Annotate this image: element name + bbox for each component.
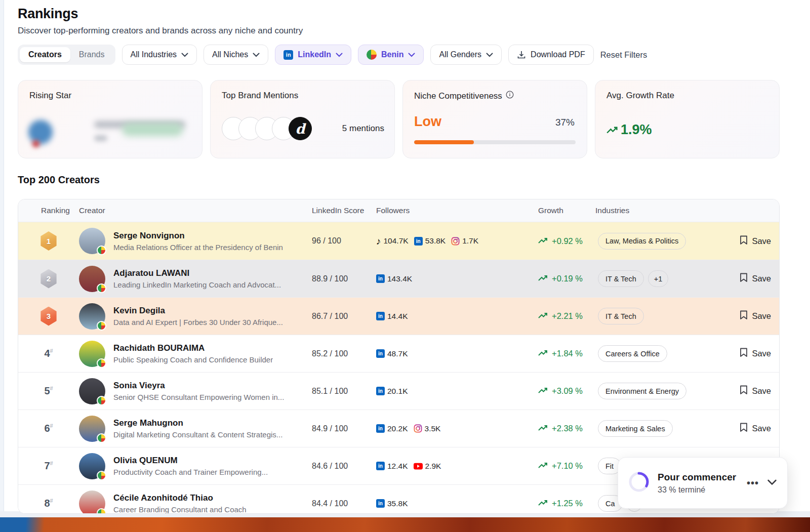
save-label: Save bbox=[752, 311, 771, 321]
save-label: Save bbox=[752, 236, 771, 246]
table-row: 6#Serge MahugnonDigital Marketing Consul… bbox=[18, 410, 779, 447]
linkedin-icon: in bbox=[376, 499, 385, 508]
growth-value: +3.09 % bbox=[535, 386, 595, 396]
industries-dropdown[interactable]: All Industries bbox=[122, 45, 197, 65]
benin-flag-badge bbox=[97, 321, 106, 331]
industry-tag[interactable]: Environment & Energy bbox=[598, 383, 686, 399]
creator-avatar bbox=[79, 266, 105, 292]
creator-headline: Public Speaking Coach and Confidence Bui… bbox=[113, 355, 273, 364]
save-label: Save bbox=[752, 274, 771, 283]
network-dropdown[interactable]: in LinkedIn bbox=[275, 45, 351, 65]
save-button[interactable]: Save bbox=[740, 310, 771, 322]
rank-badge: 1 bbox=[40, 231, 57, 251]
industry-tag[interactable]: IT & Tech bbox=[598, 308, 644, 324]
growth-value: +1.25 % bbox=[535, 499, 595, 508]
chevron-down-icon bbox=[181, 53, 188, 57]
info-icon[interactable] bbox=[506, 91, 514, 101]
save-label: Save bbox=[752, 349, 771, 358]
youtube-icon bbox=[414, 463, 423, 470]
bookmark-icon bbox=[740, 348, 748, 359]
creator-name[interactable]: Serge Mahugnon bbox=[113, 418, 282, 428]
trend-up-icon bbox=[606, 122, 619, 138]
industry-tag[interactable]: IT & Tech bbox=[598, 270, 644, 287]
header-followers: Followers bbox=[375, 206, 535, 215]
brand-logo-d: d bbox=[289, 117, 312, 140]
benin-flag-badge bbox=[97, 245, 106, 255]
blurred-dot bbox=[32, 140, 39, 147]
benin-flag-badge bbox=[97, 471, 106, 480]
save-button[interactable]: Save bbox=[740, 348, 771, 359]
avg-growth-title: Avg. Growth Rate bbox=[606, 91, 768, 101]
benin-flag-badge bbox=[97, 433, 106, 443]
follower-stat: in143.4K bbox=[376, 274, 412, 283]
trend-up-icon bbox=[538, 274, 548, 283]
rank-number: 8# bbox=[44, 498, 53, 509]
genders-dropdown[interactable]: All Genders bbox=[430, 45, 502, 65]
creator-name[interactable]: Cécile Azonhitodé Thiao bbox=[113, 493, 247, 503]
industry-tag[interactable]: Careers & Office bbox=[598, 345, 667, 362]
onboarding-title: Pour commencer bbox=[658, 472, 739, 483]
follower-stat: 3.5K bbox=[414, 424, 441, 433]
page-subtitle: Discover top-performing creators and bra… bbox=[18, 26, 303, 36]
creator-name[interactable]: Adjaratou LAWANI bbox=[113, 268, 281, 278]
follower-stat: in48.7K bbox=[376, 349, 408, 358]
follower-stat: in14.4K bbox=[376, 312, 408, 321]
creator-name[interactable]: Olivia QUENUM bbox=[113, 456, 268, 466]
table-row: 3Kevin DegilaData and AI Expert | Forbes… bbox=[18, 297, 779, 335]
rank-number: 5# bbox=[44, 385, 53, 397]
growth-value: +0.19 % bbox=[535, 274, 595, 283]
linkedin-score: 85.1 / 100 bbox=[309, 387, 375, 396]
chevron-down-icon bbox=[336, 53, 343, 57]
linkedin-score: 84.9 / 100 bbox=[309, 424, 375, 433]
reset-filters-button[interactable]: Reset Filters bbox=[600, 50, 647, 60]
rank-badge: 2 bbox=[40, 269, 57, 289]
collapse-chevron-icon[interactable] bbox=[767, 478, 777, 487]
instagram-icon bbox=[414, 424, 422, 433]
brands-tab[interactable]: Brands bbox=[70, 47, 113, 62]
sidebar-edge bbox=[0, 0, 4, 532]
save-label: Save bbox=[752, 386, 771, 396]
country-dropdown[interactable]: Benin bbox=[358, 45, 424, 65]
linkedin-icon: in bbox=[284, 50, 293, 60]
avg-growth-card: Avg. Growth Rate 1.9% bbox=[595, 80, 780, 158]
trend-up-icon bbox=[538, 349, 548, 358]
creator-avatar bbox=[79, 303, 105, 330]
header-ranking: Ranking bbox=[18, 206, 79, 215]
creator-name[interactable]: Kevin Degila bbox=[113, 306, 283, 316]
chevron-down-icon bbox=[253, 53, 260, 57]
save-button[interactable]: Save bbox=[740, 235, 771, 247]
table-section-title: Top 200 Creators bbox=[18, 174, 100, 186]
niche-level: Low bbox=[414, 114, 441, 130]
save-button[interactable]: Save bbox=[740, 385, 771, 397]
linkedin-icon: in bbox=[376, 349, 385, 358]
creator-name[interactable]: Rachidath BOURAIMA bbox=[113, 343, 273, 353]
brand-logos: d bbox=[222, 117, 312, 140]
save-button[interactable]: Save bbox=[740, 273, 771, 284]
creator-headline: Data and AI Expert | Forbes 30 Under 30 … bbox=[113, 318, 283, 326]
follower-stat: in12.4K bbox=[376, 462, 408, 471]
industry-more-tag[interactable]: +1 bbox=[648, 270, 669, 287]
country-dropdown-label: Benin bbox=[381, 50, 403, 59]
more-options-icon[interactable]: ••• bbox=[747, 481, 759, 485]
creator-name[interactable]: Sonia Vieyra bbox=[113, 381, 284, 391]
creator-avatar bbox=[79, 490, 105, 514]
creators-tab[interactable]: Creators bbox=[20, 47, 70, 62]
niches-dropdown[interactable]: All Niches bbox=[204, 45, 268, 65]
rank-number: 7# bbox=[44, 460, 53, 472]
rank-badge: 3 bbox=[40, 307, 57, 326]
blurred-avatar bbox=[28, 120, 53, 144]
bookmark-icon bbox=[740, 235, 748, 247]
save-button[interactable]: Save bbox=[740, 423, 771, 434]
download-pdf-button[interactable]: Download PDF bbox=[508, 45, 594, 65]
header-creator: Creator bbox=[79, 206, 309, 215]
creator-name[interactable]: Serge Nonvignon bbox=[113, 231, 283, 241]
blurred-meta bbox=[94, 135, 107, 141]
follower-stat: in20.2K bbox=[376, 424, 408, 433]
industry-tag[interactable]: Law, Medias & Politics bbox=[598, 233, 686, 250]
industry-tag[interactable]: Marketing & Sales bbox=[598, 420, 673, 437]
linkedin-score: 84.6 / 100 bbox=[309, 462, 375, 471]
niches-dropdown-label: All Niches bbox=[212, 50, 248, 59]
stats-cards: Rising Star Top Brand Mentions d 5 menti… bbox=[18, 80, 780, 158]
page-title: Rankings bbox=[18, 6, 303, 22]
chevron-down-icon bbox=[408, 53, 415, 57]
